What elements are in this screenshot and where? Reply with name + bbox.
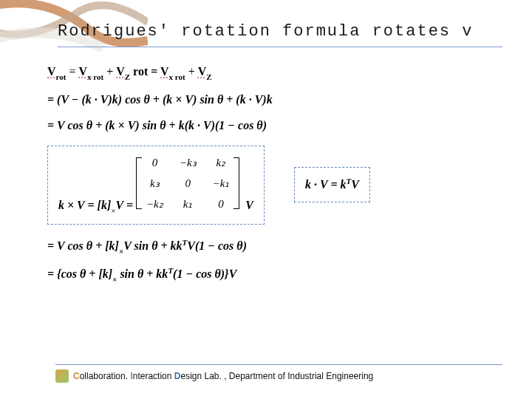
- equation-5: = {cos θ + [k]× sin θ + kkT(1 − cos θ)}V: [47, 265, 491, 285]
- slide-title: Rodrigues' rotation formula rotates v: [58, 22, 502, 41]
- matrix-row: k × V = [k]×V = 0−k₃k₂ k₃0−k₁ −k₂k₁0 V k…: [47, 146, 491, 225]
- equation-1: Vrot = Vx rot + VZ rot = Vx rot + VZ: [47, 62, 491, 83]
- lab-logo-icon: [55, 369, 69, 383]
- equation-3: = V cos θ + (k × V) sin θ + k(k · V)(1 −…: [47, 116, 491, 135]
- footer: Collaboration. Interaction Design Lab. ,…: [55, 364, 502, 383]
- matrix: 0−k₃k₂ k₃0−k₁ −k₂k₁0: [136, 154, 239, 213]
- equation-4: = V cos θ + [k]×V sin θ + kkTV(1 − cos θ…: [47, 236, 491, 257]
- equations-block: Vrot = Vx rot + VZ rot = Vx rot + VZ = (…: [47, 62, 491, 293]
- equation-2: = (V − (k · V)k) cos θ + (k × V) sin θ +…: [47, 90, 491, 109]
- dot-product-box: k · V = kTV: [294, 167, 370, 202]
- cross-product-box: k × V = [k]×V = 0−k₃k₂ k₃0−k₁ −k₂k₁0 V: [47, 146, 265, 225]
- footer-text: Collaboration. Interaction Design Lab. ,…: [73, 371, 373, 381]
- title-bar: Rodrigues' rotation formula rotates v: [58, 22, 502, 47]
